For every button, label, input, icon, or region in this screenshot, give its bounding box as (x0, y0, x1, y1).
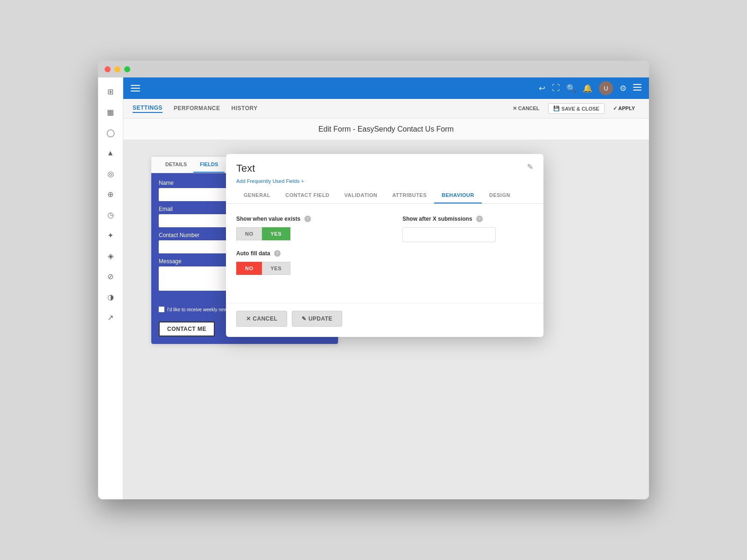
form-tab-fields[interactable]: FIELDS (193, 157, 225, 173)
minimize-btn[interactable] (114, 66, 120, 72)
auto-fill-yes-btn[interactable]: YES (262, 262, 291, 275)
hamburger-icon[interactable] (131, 83, 140, 94)
rocket-icon[interactable]: ▲ (101, 144, 120, 162)
expand-icon[interactable]: ⛶ (552, 84, 560, 93)
auto-fill-no-btn[interactable]: NO (236, 262, 262, 275)
modal-update-button[interactable]: ✎ UPDATE (292, 311, 342, 327)
palette-icon[interactable]: ◈ (101, 246, 120, 265)
modal-tab-behaviour[interactable]: BEHAVIOUR (434, 188, 482, 203)
auto-fill-toggle: NO YES (236, 262, 395, 275)
show-after-input[interactable] (402, 227, 496, 242)
modal-panel: Text ✎ Add Frequently Used Fields + GENE… (226, 154, 543, 337)
contact-me-button[interactable]: CONTACT ME (159, 322, 215, 336)
page-title-bar: Edit Form - EasySendy Contact Us Form (123, 119, 649, 140)
svg-rect-2 (131, 91, 140, 91)
modal-tab-general[interactable]: GENERAL (236, 188, 278, 203)
show-when-yes-btn[interactable]: YES (262, 227, 291, 240)
share-icon[interactable]: ↩ (539, 84, 545, 93)
modal-cancel-button[interactable]: ✕ CANCEL (236, 311, 287, 327)
apply-button[interactable]: ✓ APPLY (608, 104, 640, 113)
form-tab-details[interactable]: DETAILS (159, 157, 193, 173)
cancel-icon[interactable]: ⊘ (101, 267, 120, 286)
show-after-help-icon: ? (476, 216, 483, 222)
page-title: Edit Form - EasySendy Contact Us Form (318, 125, 454, 133)
show-when-label: Show when value exists (236, 216, 300, 222)
menu-icon[interactable] (633, 84, 641, 93)
newsletter-checkbox[interactable] (159, 307, 164, 312)
tab-performance[interactable]: PERFORMANCE (174, 105, 220, 112)
history-icon[interactable]: ◑ (101, 287, 120, 306)
grid-icon[interactable]: ⊞ (101, 82, 120, 101)
save-close-button[interactable]: 💾 SAVE & CLOSE (548, 103, 605, 114)
svg-rect-0 (131, 85, 140, 86)
clock-icon[interactable]: ◷ (101, 205, 120, 224)
puzzle-icon[interactable]: ✦ (101, 226, 120, 245)
svg-rect-4 (633, 87, 641, 88)
maximize-btn[interactable] (124, 66, 130, 72)
svg-rect-1 (131, 88, 140, 89)
database-icon[interactable]: ◎ (101, 164, 120, 183)
modal-tab-attributes[interactable]: ATTRIBUTES (385, 188, 434, 203)
tab-bar: SETTINGS PERFORMANCE HISTORY ✕ CANCEL 💾 … (123, 99, 649, 119)
target-icon[interactable]: ⊕ (101, 185, 120, 203)
mac-titlebar (98, 61, 649, 77)
auto-fill-label: Auto fill data (236, 250, 270, 257)
tab-settings[interactable]: SETTINGS (133, 105, 162, 113)
modal-tabs: GENERAL CONTACT FIELD VALIDATION ATTRIBU… (226, 188, 543, 204)
calendar-icon[interactable]: ▦ (101, 103, 120, 121)
modal-footer: ✕ CANCEL ✎ UPDATE (226, 303, 543, 337)
bell-icon[interactable]: 🔔 (583, 84, 592, 93)
show-when-toggle: NO YES (236, 227, 395, 240)
avatar[interactable]: U (599, 81, 613, 95)
tab-history[interactable]: HISTORY (232, 105, 258, 112)
modal-title: Text (236, 162, 255, 175)
cancel-button[interactable]: ✕ CANCEL (508, 104, 544, 113)
content-area: DETAILS FIELDS ACTIONS Name Email Contac… (123, 140, 649, 499)
person-icon[interactable]: ◯ (101, 123, 120, 142)
auto-fill-help-icon: ? (274, 250, 281, 257)
gear-icon[interactable]: ⚙ (620, 84, 627, 93)
modal-tab-contact-field[interactable]: CONTACT FIELD (278, 188, 337, 203)
mac-window: ⊞ ▦ ◯ ▲ ◎ ⊕ ◷ ✦ ◈ ⊘ ◑ ↗ (98, 61, 649, 499)
svg-rect-5 (633, 90, 641, 91)
modal-edit-icon[interactable]: ✎ (527, 162, 533, 171)
show-after-label: Show after X submissions (402, 216, 472, 222)
svg-rect-3 (633, 84, 641, 85)
modal-tab-design[interactable]: DESIGN (482, 188, 518, 203)
show-when-help-icon: ? (304, 216, 311, 222)
show-when-no-btn[interactable]: NO (236, 227, 262, 240)
add-fields-label[interactable]: Add Frequently Used Fields + (236, 178, 304, 184)
sidebar: ⊞ ▦ ◯ ▲ ◎ ⊕ ◷ ✦ ◈ ⊘ ◑ ↗ (98, 77, 123, 499)
modal-tab-validation[interactable]: VALIDATION (337, 188, 385, 203)
close-btn[interactable] (105, 66, 111, 72)
top-navbar: ↩ ⛶ 🔍 🔔 U ⚙ (123, 77, 649, 99)
search-icon[interactable]: 🔍 (566, 84, 576, 93)
chart-icon[interactable]: ↗ (101, 308, 120, 327)
